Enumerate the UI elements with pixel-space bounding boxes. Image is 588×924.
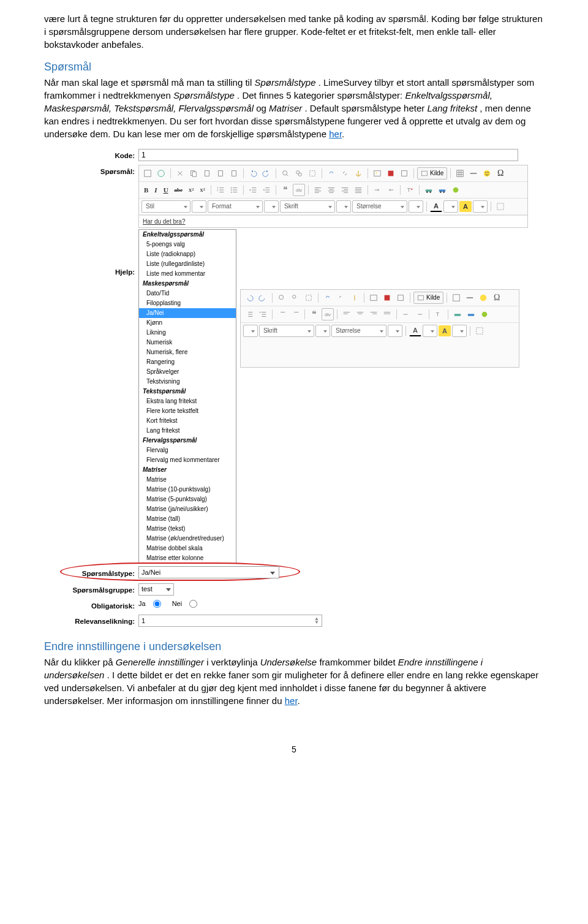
- quote-icon[interactable]: ❝: [308, 308, 320, 320]
- listbox-option[interactable]: Ekstra lang fritekst: [139, 396, 236, 406]
- special-char-icon[interactable]: Ω: [491, 292, 503, 304]
- strike-button[interactable]: abe: [172, 184, 186, 196]
- subscript-button[interactable]: x2: [186, 184, 197, 196]
- listbox-option[interactable]: 5-poengs valg: [139, 240, 236, 249]
- car-icon-2[interactable]: [465, 308, 477, 320]
- listbox-option[interactable]: Filopplasting: [139, 298, 236, 308]
- show-blocks-icon[interactable]: [494, 200, 507, 213]
- text-color-icon[interactable]: A: [409, 325, 421, 336]
- bg-color-icon[interactable]: A: [439, 325, 451, 336]
- image-icon[interactable]: [368, 292, 380, 304]
- align-center-icon[interactable]: [325, 184, 337, 196]
- replace-icon[interactable]: [293, 167, 305, 180]
- flash-icon[interactable]: [381, 292, 393, 304]
- listbox-option[interactable]: Likning: [139, 328, 236, 338]
- expand-icon[interactable]: [141, 167, 154, 180]
- car-icon-2[interactable]: [436, 184, 448, 196]
- emoji-icon[interactable]: [481, 167, 493, 180]
- anchor-icon[interactable]: [352, 167, 364, 180]
- listbox-option[interactable]: Matrise (øk/uendret/reduser): [139, 534, 236, 543]
- listbox-option[interactable]: Kort fritekst: [139, 416, 236, 426]
- listbox-option[interactable]: Matrise (tekst): [139, 524, 236, 534]
- bullet-list-icon[interactable]: [228, 184, 240, 196]
- quote-icon[interactable]: ❝: [279, 184, 292, 196]
- group-select[interactable]: test: [138, 583, 174, 596]
- bullet-list-icon[interactable]: [257, 308, 269, 320]
- source-button[interactable]: Kilde: [413, 292, 443, 304]
- car-icon[interactable]: [451, 308, 464, 320]
- font-combo[interactable]: Skrift: [280, 200, 335, 213]
- text-color-arrow[interactable]: [443, 200, 458, 213]
- format-combo-arrow[interactable]: [264, 200, 279, 213]
- rtl-icon[interactable]: [413, 308, 426, 320]
- radio-nei[interactable]: [189, 600, 197, 608]
- align-right-icon[interactable]: [368, 308, 380, 320]
- relevance-input[interactable]: 1 ▲▼: [138, 615, 322, 627]
- paste-icon[interactable]: [201, 167, 213, 180]
- create-div-icon[interactable]: div: [322, 308, 334, 320]
- lime-icon[interactable]: [478, 308, 491, 320]
- format-combo[interactable]: Format: [208, 200, 263, 213]
- align-left-icon[interactable]: [312, 184, 324, 196]
- lime-icon[interactable]: [450, 184, 462, 196]
- listbox-option[interactable]: Matrise dobbel skala: [139, 543, 236, 553]
- her-link[interactable]: her: [329, 129, 342, 139]
- paste-text-icon[interactable]: [214, 167, 227, 180]
- listbox-option[interactable]: Matrise etter kolonne: [139, 553, 236, 563]
- listbox-option[interactable]: Lang fritekst: [139, 426, 236, 436]
- question-type-listbox[interactable]: Enkeltvalgsspørsmål 5-poengs valg Liste …: [138, 229, 236, 564]
- redo-icon[interactable]: [260, 167, 273, 180]
- table-icon[interactable]: [450, 292, 462, 304]
- indent-icon[interactable]: [289, 308, 301, 320]
- listbox-option-selected[interactable]: Ja/Nei: [139, 308, 236, 318]
- bg-color-icon[interactable]: A: [459, 201, 472, 212]
- remove-format-icon[interactable]: T: [404, 184, 416, 196]
- text-color-icon[interactable]: A: [430, 201, 442, 212]
- style-combo-arrow[interactable]: [192, 200, 206, 213]
- table-icon[interactable]: [454, 167, 466, 180]
- redo-icon[interactable]: [257, 292, 269, 304]
- font-combo-arrow[interactable]: [336, 200, 351, 213]
- listbox-option[interactable]: Matrise (5-punktsvalg): [139, 494, 236, 504]
- anchor-icon[interactable]: [349, 292, 361, 304]
- size-combo[interactable]: Størrelse: [331, 325, 386, 337]
- source-button[interactable]: Kilde: [417, 167, 447, 180]
- numbered-list-icon[interactable]: 12: [214, 184, 227, 196]
- listbox-option[interactable]: Rangering: [139, 357, 236, 367]
- link-icon[interactable]: [322, 292, 334, 304]
- listbox-option[interactable]: Numerisk, flere: [139, 347, 236, 357]
- listbox-option[interactable]: Matrise (10-punktsvalg): [139, 485, 236, 494]
- hr-icon[interactable]: [467, 167, 480, 180]
- embed-icon[interactable]: [394, 292, 407, 304]
- listbox-option[interactable]: Kjønn: [139, 318, 236, 328]
- link-icon[interactable]: [325, 167, 337, 180]
- globe-icon[interactable]: [155, 167, 167, 180]
- listbox-option[interactable]: Flervalg: [139, 445, 236, 455]
- listbox-option[interactable]: Tekstvisning: [139, 377, 236, 387]
- listbox-option[interactable]: Liste (radioknapp): [139, 249, 236, 259]
- listbox-option[interactable]: Flere korte tekstfelt: [139, 406, 236, 416]
- listbox-option[interactable]: Matrise (tall): [139, 514, 236, 524]
- align-center-icon[interactable]: [354, 308, 366, 320]
- format-arrow[interactable]: [243, 325, 258, 337]
- bg-color-arrow[interactable]: [452, 325, 467, 337]
- align-left-icon[interactable]: [341, 308, 353, 320]
- find-icon[interactable]: [276, 292, 288, 304]
- listbox-option[interactable]: Liste med kommentar: [139, 269, 236, 279]
- text-color-arrow[interactable]: [423, 325, 437, 337]
- indent-icon[interactable]: [260, 184, 273, 196]
- size-combo-arrow[interactable]: [409, 200, 423, 213]
- undo-icon[interactable]: [243, 292, 255, 304]
- size-combo[interactable]: Størrelse: [352, 200, 407, 213]
- size-arrow[interactable]: [388, 325, 402, 337]
- hr-icon[interactable]: [464, 292, 476, 304]
- select-all-icon[interactable]: [303, 292, 315, 304]
- align-right-icon[interactable]: [339, 184, 351, 196]
- copy-icon[interactable]: [187, 167, 200, 180]
- listbox-option[interactable]: Dato/Tid: [139, 289, 236, 298]
- align-justify-icon[interactable]: [381, 308, 393, 320]
- listbox-option[interactable]: Matrise (ja/nei/usikker): [139, 504, 236, 514]
- listbox-option[interactable]: Språkvelger: [139, 367, 236, 377]
- embed-icon[interactable]: [398, 167, 410, 180]
- spinner-arrows[interactable]: ▲▼: [314, 617, 319, 624]
